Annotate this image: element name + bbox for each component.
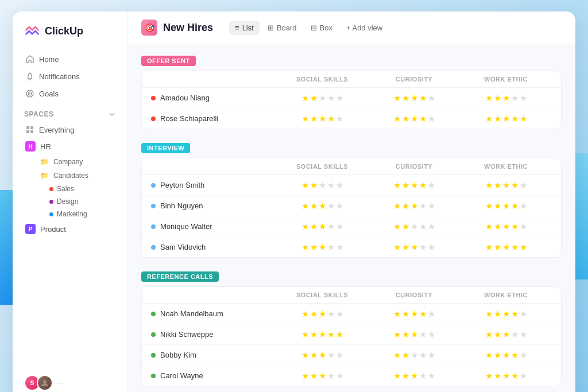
star-empty: ★: [419, 330, 427, 339]
star-filled: ★: [393, 243, 401, 251]
product-badge: P: [25, 224, 36, 234]
star-filled: ★: [402, 94, 409, 102]
table-row[interactable]: Peyton Smith ★★★★★ ★★★★★ ★★★★★: [142, 175, 561, 196]
star-filled: ★: [301, 94, 309, 102]
star-filled: ★: [411, 309, 418, 318]
col-curiosity-header: CURIOSITY: [368, 76, 460, 83]
sidebar-item-product[interactable]: P Product: [20, 220, 120, 238]
star-filled: ★: [393, 351, 401, 359]
col-name-header: [151, 76, 276, 83]
star-filled: ★: [485, 243, 493, 251]
work-ethic-stars: ★★★★★: [460, 222, 552, 231]
star-filled: ★: [310, 201, 318, 210]
star-empty: ★: [319, 94, 326, 102]
table-head-reference-calls: SOCIAL SKILLS CURIOSITY WORK ETHIC: [142, 287, 561, 304]
sidebar-item-notifications[interactable]: Notifications: [20, 68, 120, 85]
col-curiosity-header: CURIOSITY: [368, 163, 460, 170]
person-name: Carol Wayne: [151, 371, 276, 380]
star-empty: ★: [327, 309, 335, 318]
folder-icon-candidates: 📁: [40, 172, 49, 180]
box-tab-label: Box: [320, 24, 332, 32]
person-name-label: Binh Nguyen: [160, 201, 203, 210]
table-row[interactable]: Sam Vidovich ★★★★★ ★★★★★ ★★★★★: [142, 237, 561, 257]
person-name-label: Noah Mandelbaum: [160, 309, 223, 318]
star-filled: ★: [511, 222, 519, 231]
table-row[interactable]: Amadou Niang ★★★★★ ★★★★★ ★★★★★: [142, 88, 561, 108]
star-filled: ★: [319, 114, 326, 123]
add-view-button[interactable]: + Add view: [341, 21, 388, 35]
work-ethic-stars: ★★★★★: [460, 351, 552, 359]
work-ethic-stars: ★★★★★: [460, 330, 552, 339]
star-empty: ★: [511, 94, 519, 102]
tab-box[interactable]: ⊟ Box: [305, 21, 338, 35]
sidebar-product-label: Product: [40, 225, 66, 234]
col-social-header: SOCIAL SKILLS: [276, 76, 368, 83]
star-filled: ★: [301, 330, 309, 339]
table-row[interactable]: Monique Walter ★★★★★ ★★★★★ ★★★★★: [142, 216, 561, 237]
box-tab-icon: ⊟: [311, 24, 317, 32]
person-dot: [151, 183, 156, 188]
table-row[interactable]: Carol Wayne ★★★★★ ★★★★★ ★★★★★: [142, 366, 561, 386]
sidebar-item-marketing[interactable]: Marketing: [20, 208, 120, 220]
table-row[interactable]: Noah Mandelbaum ★★★★★ ★★★★★ ★★★★★: [142, 304, 561, 324]
star-filled: ★: [336, 330, 343, 339]
star-empty: ★: [520, 222, 527, 231]
table-row[interactable]: Bobby Kim ★★★★★ ★★★★★ ★★★★★: [142, 345, 561, 366]
star-filled: ★: [310, 330, 318, 339]
table-row[interactable]: Rose Schiaparelli ★★★★★ ★★★★★ ★★★★★: [142, 108, 561, 129]
col-work-ethic-header: WORK ETHIC: [460, 76, 552, 83]
svg-point-2: [29, 93, 30, 94]
grid-icon: [25, 125, 34, 134]
star-empty: ★: [428, 201, 435, 210]
sidebar-item-goals[interactable]: Goals: [20, 85, 120, 102]
sidebar-item-company[interactable]: 📁 Company: [20, 155, 120, 169]
star-filled: ★: [511, 371, 519, 380]
star-filled: ★: [511, 309, 519, 318]
social-stars: ★★★★★: [276, 243, 368, 251]
sidebar-item-sales[interactable]: Sales: [20, 183, 120, 195]
star-filled: ★: [301, 309, 309, 318]
star-empty: ★: [336, 351, 343, 359]
logo-area: ClickUp: [13, 23, 127, 51]
social-stars: ★★★★★: [276, 351, 368, 359]
star-filled: ★: [511, 351, 519, 359]
star-empty: ★: [336, 94, 343, 102]
sidebar-item-home[interactable]: Home: [20, 51, 120, 68]
table-row[interactable]: Binh Nguyen ★★★★★ ★★★★★ ★★★★★: [142, 196, 561, 216]
star-filled: ★: [393, 330, 401, 339]
sidebar-goals-label: Goals: [39, 90, 59, 98]
col-social-header: SOCIAL SKILLS: [276, 163, 368, 170]
table-row[interactable]: Nikki Schweppe ★★★★★ ★★★★★ ★★★★★: [142, 324, 561, 345]
curiosity-stars: ★★★★★: [368, 114, 460, 123]
person-name: Binh Nguyen: [151, 201, 276, 210]
section-interview: INTERVIEW SOCIAL SKILLS CURIOSITY WORK E…: [141, 143, 562, 258]
star-filled: ★: [402, 371, 409, 380]
star-filled: ★: [485, 222, 493, 231]
star-filled: ★: [319, 351, 326, 359]
star-filled: ★: [485, 309, 493, 318]
star-empty: ★: [428, 371, 435, 380]
star-filled: ★: [327, 114, 335, 123]
sidebar-item-design[interactable]: Design: [20, 195, 120, 208]
curiosity-stars: ★★★★★: [368, 222, 460, 231]
star-filled: ★: [502, 351, 510, 359]
spaces-header: Spaces: [13, 102, 127, 122]
sidebar-item-candidates[interactable]: 📁 Candidates: [20, 169, 120, 183]
star-empty: ★: [327, 181, 335, 189]
star-filled: ★: [393, 94, 401, 102]
list-tab-label: List: [242, 24, 254, 32]
design-dot: [49, 200, 53, 204]
star-filled: ★: [402, 114, 409, 123]
star-empty: ★: [336, 371, 343, 380]
star-filled: ★: [402, 243, 409, 251]
tab-list[interactable]: ≡ List: [229, 21, 260, 35]
tab-board[interactable]: ⊞ Board: [262, 21, 303, 35]
sidebar-item-everything[interactable]: Everything: [20, 122, 120, 138]
star-filled: ★: [301, 243, 309, 251]
person-name-label: Sam Vidovich: [160, 243, 206, 251]
star-empty: ★: [336, 309, 343, 318]
star-filled: ★: [393, 222, 401, 231]
sidebar-item-hr[interactable]: H HR: [20, 138, 120, 155]
sidebar-candidates-label: Candidates: [53, 172, 88, 180]
table-head-offer-sent: SOCIAL SKILLS CURIOSITY WORK ETHIC: [142, 71, 561, 88]
